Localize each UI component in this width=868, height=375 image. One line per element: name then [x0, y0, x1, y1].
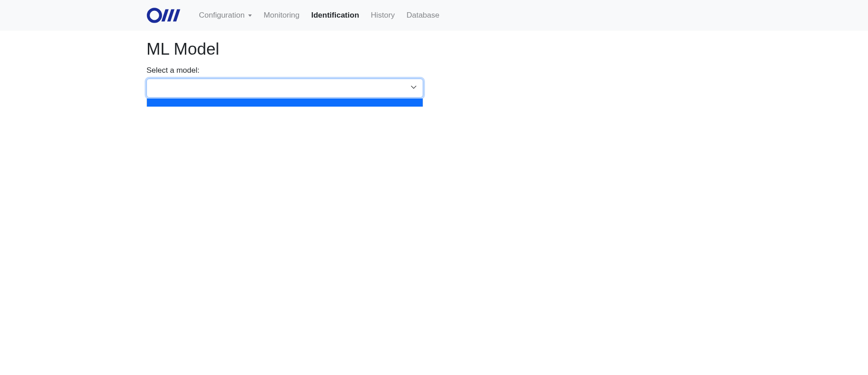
nav-database[interactable]: Database — [401, 7, 445, 23]
svg-point-0 — [148, 9, 160, 21]
nav-identification-label: Identification — [311, 11, 359, 20]
nav-monitoring-label: Monitoring — [264, 11, 299, 20]
nav-configuration[interactable]: Configuration — [193, 7, 257, 23]
nav-history[interactable]: History — [365, 7, 400, 23]
caret-down-icon — [248, 14, 252, 17]
nav-history-label: History — [371, 11, 395, 20]
brand-logo[interactable] — [146, 7, 183, 23]
page-title: ML Model — [146, 40, 722, 59]
navbar-inner: Configuration Monitoring Identification … — [136, 2, 732, 29]
nav-links: Configuration Monitoring Identification … — [193, 7, 445, 23]
model-option-empty[interactable] — [147, 98, 423, 107]
svg-rect-3 — [173, 9, 180, 21]
logo-icon — [146, 7, 183, 23]
main-container: ML Model Select a model: Create new... t… — [136, 31, 732, 107]
svg-rect-2 — [167, 9, 175, 21]
nav-configuration-label: Configuration — [199, 11, 245, 20]
model-select-wrapper: Create new... trained_model_example — [146, 79, 423, 98]
svg-rect-1 — [161, 9, 169, 21]
nav-monitoring[interactable]: Monitoring — [258, 7, 305, 23]
nav-identification[interactable]: Identification — [306, 7, 365, 23]
model-select-dropdown: Create new... trained_model_example — [146, 98, 423, 107]
model-select[interactable] — [146, 79, 423, 98]
nav-database-label: Database — [406, 11, 439, 20]
navbar: Configuration Monitoring Identification … — [0, 0, 868, 31]
model-select-label: Select a model: — [146, 66, 722, 75]
